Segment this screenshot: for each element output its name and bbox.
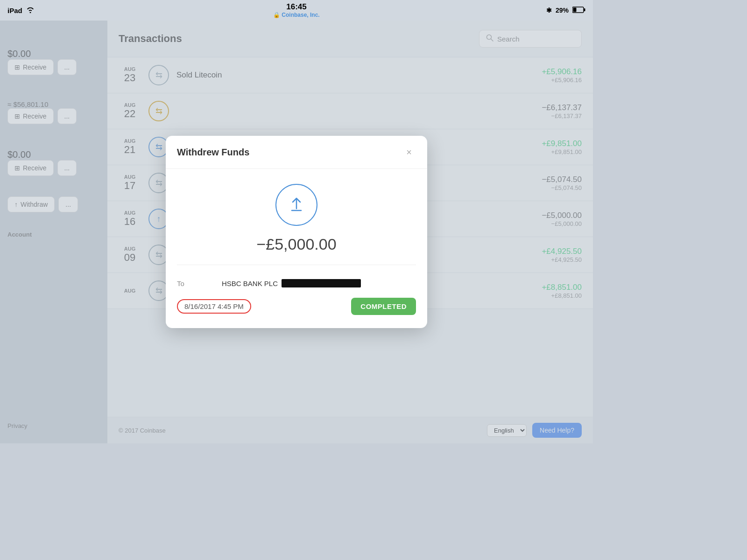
modal-body: −£5,000.00 To HSBC BANK PLC 8/16/2017 4:… bbox=[166, 169, 427, 328]
lock-icon: 🔒 bbox=[273, 12, 280, 18]
svg-rect-2 bbox=[573, 7, 577, 12]
status-bar-center: 16:45 🔒 Coinbase, Inc. bbox=[273, 2, 319, 18]
bluetooth-icon: ✱ bbox=[546, 7, 552, 14]
battery-icon bbox=[572, 7, 585, 14]
modal-to-label: To bbox=[177, 280, 214, 287]
modal-footer-row: 8/16/2017 4:45 PM COMPLETED bbox=[177, 292, 416, 317]
modal-date: 8/16/2017 4:45 PM bbox=[177, 299, 251, 314]
battery-percent: 29% bbox=[556, 7, 569, 14]
status-time: 16:45 bbox=[286, 2, 306, 12]
modal-header: Withdrew Funds × bbox=[166, 136, 427, 169]
modal-close-button[interactable]: × bbox=[402, 145, 416, 159]
modal-detail-row-to: To HSBC BANK PLC bbox=[177, 274, 416, 292]
redacted-account-number bbox=[282, 279, 361, 287]
modal-divider bbox=[177, 265, 416, 265]
status-bar-right: ✱ 29% bbox=[546, 7, 585, 14]
modal-icon-area bbox=[177, 184, 416, 226]
status-site: 🔒 Coinbase, Inc. bbox=[273, 12, 319, 18]
modal-to-value: HSBC BANK PLC bbox=[222, 279, 416, 287]
status-bar: iPad 16:45 🔒 Coinbase, Inc. ✱ 29% bbox=[0, 0, 593, 21]
svg-rect-1 bbox=[584, 8, 585, 11]
modal-overlay: Withdrew Funds × −£5,000.00 To HSBC BANK… bbox=[0, 21, 593, 443]
modal-title: Withdrew Funds bbox=[177, 147, 249, 158]
ipad-label: iPad bbox=[7, 7, 22, 14]
modal-bank-name: HSBC BANK PLC bbox=[222, 280, 278, 287]
completed-badge: COMPLETED bbox=[351, 298, 416, 315]
status-bar-left: iPad bbox=[7, 7, 35, 14]
wifi-icon bbox=[26, 7, 35, 14]
withdraw-circle-icon bbox=[275, 184, 317, 226]
modal-amount: −£5,000.00 bbox=[177, 235, 416, 253]
withdraw-modal: Withdrew Funds × −£5,000.00 To HSBC BANK… bbox=[166, 136, 427, 328]
